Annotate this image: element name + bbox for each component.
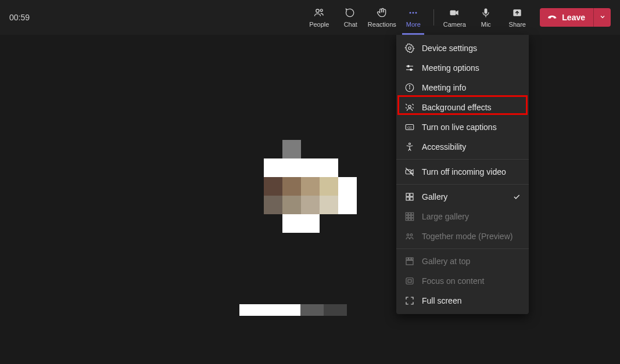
menu-large-gallery-label: Large gallery bbox=[422, 212, 469, 221]
gallery-top-icon bbox=[404, 256, 415, 266]
menu-accessibility[interactable]: Accessibility bbox=[396, 137, 529, 157]
svg-line-21 bbox=[413, 107, 414, 109]
leave-button-group: Leave bbox=[540, 8, 611, 27]
gallery-icon bbox=[404, 192, 415, 202]
people-label: People bbox=[309, 21, 329, 28]
svg-rect-43 bbox=[409, 258, 411, 260]
svg-rect-46 bbox=[406, 278, 413, 284]
menu-live-captions[interactable]: CC Turn on live captions bbox=[396, 117, 529, 137]
menu-turn-off-incoming-label: Turn off incoming video bbox=[422, 167, 506, 176]
leave-options-button[interactable] bbox=[593, 8, 611, 27]
svg-point-11 bbox=[407, 66, 409, 67]
menu-live-captions-label: Turn on live captions bbox=[422, 122, 497, 132]
menu-large-gallery: Large gallery bbox=[396, 207, 529, 226]
svg-rect-42 bbox=[406, 258, 408, 260]
check-icon bbox=[513, 193, 521, 201]
menu-accessibility-label: Accessibility bbox=[422, 142, 466, 152]
svg-rect-39 bbox=[411, 218, 414, 221]
leave-button[interactable]: Leave bbox=[540, 8, 593, 27]
menu-meeting-options-label: Meeting options bbox=[422, 63, 479, 73]
svg-point-40 bbox=[407, 234, 409, 236]
people-button[interactable]: People bbox=[303, 3, 335, 32]
menu-divider bbox=[396, 184, 529, 185]
svg-rect-30 bbox=[410, 197, 413, 200]
menu-focus-on-content-label: Focus on content bbox=[422, 276, 484, 286]
svg-rect-45 bbox=[406, 261, 413, 265]
chat-icon bbox=[345, 7, 356, 19]
svg-rect-29 bbox=[406, 197, 409, 200]
toolbar-controls: People Chat Reactions More Camera bbox=[303, 3, 611, 32]
menu-gallery[interactable]: Gallery bbox=[396, 187, 529, 207]
together-mode-icon bbox=[404, 231, 415, 242]
info-icon bbox=[404, 82, 415, 93]
reactions-icon bbox=[376, 7, 388, 19]
menu-device-settings[interactable]: Device settings bbox=[396, 38, 529, 58]
share-button[interactable]: Share bbox=[501, 3, 533, 32]
svg-point-17 bbox=[408, 105, 411, 108]
fullscreen-icon bbox=[404, 295, 415, 306]
svg-point-3 bbox=[413, 12, 414, 14]
menu-divider bbox=[396, 248, 529, 249]
mic-label: Mic bbox=[481, 21, 491, 28]
svg-point-41 bbox=[410, 234, 413, 236]
svg-rect-28 bbox=[410, 193, 413, 196]
svg-rect-37 bbox=[406, 218, 408, 221]
menu-meeting-info-label: Meeting info bbox=[422, 83, 466, 92]
name-label-redacted bbox=[239, 304, 347, 316]
svg-rect-36 bbox=[411, 215, 414, 218]
more-label: More bbox=[406, 21, 421, 28]
menu-full-screen[interactable]: Full screen bbox=[396, 291, 529, 311]
large-gallery-icon bbox=[404, 211, 415, 222]
chat-button[interactable]: Chat bbox=[335, 3, 366, 32]
svg-rect-5 bbox=[450, 10, 456, 15]
chevron-down-icon bbox=[599, 13, 606, 22]
menu-gallery-at-top: Gallery at top bbox=[396, 251, 529, 271]
menu-together-mode: Together mode (Preview) bbox=[396, 226, 529, 246]
svg-rect-34 bbox=[406, 215, 408, 218]
svg-rect-31 bbox=[406, 212, 408, 215]
accessibility-icon bbox=[404, 142, 415, 152]
svg-rect-6 bbox=[485, 9, 488, 14]
camera-off-icon bbox=[404, 167, 415, 177]
svg-point-2 bbox=[410, 12, 411, 14]
svg-line-19 bbox=[413, 104, 414, 105]
svg-point-24 bbox=[409, 143, 411, 145]
call-timer: 00:59 bbox=[9, 13, 30, 22]
more-icon bbox=[407, 7, 419, 19]
svg-point-13 bbox=[410, 69, 412, 71]
svg-line-18 bbox=[406, 104, 407, 105]
svg-rect-32 bbox=[408, 212, 411, 215]
people-icon bbox=[313, 7, 325, 19]
meeting-toolbar: 00:59 People Chat Reactions More bbox=[0, 0, 620, 35]
sliders-icon bbox=[404, 63, 415, 73]
menu-gallery-at-top-label: Gallery at top bbox=[422, 257, 470, 266]
focus-icon bbox=[404, 276, 415, 286]
mic-button[interactable]: Mic bbox=[470, 3, 501, 32]
svg-point-4 bbox=[415, 12, 417, 14]
share-icon bbox=[511, 7, 523, 19]
menu-background-effects[interactable]: Background effects bbox=[396, 98, 529, 117]
svg-text:CC: CC bbox=[407, 126, 412, 129]
menu-meeting-info[interactable]: Meeting info bbox=[396, 78, 529, 98]
camera-button[interactable]: Camera bbox=[439, 3, 470, 32]
svg-rect-35 bbox=[408, 215, 411, 218]
more-button[interactable]: More bbox=[397, 3, 429, 32]
chat-label: Chat bbox=[344, 21, 357, 28]
menu-turn-off-incoming[interactable]: Turn off incoming video bbox=[396, 162, 529, 182]
menu-meeting-options[interactable]: Meeting options bbox=[396, 58, 529, 78]
toolbar-divider bbox=[433, 9, 434, 26]
svg-rect-27 bbox=[406, 193, 409, 196]
menu-device-settings-label: Device settings bbox=[422, 44, 477, 53]
share-label: Share bbox=[509, 21, 526, 28]
reactions-button[interactable]: Reactions bbox=[366, 3, 397, 32]
svg-line-26 bbox=[406, 168, 414, 176]
svg-rect-47 bbox=[408, 280, 411, 283]
svg-rect-33 bbox=[411, 212, 414, 215]
menu-background-effects-label: Background effects bbox=[422, 103, 492, 112]
leave-label: Leave bbox=[562, 13, 585, 22]
mic-icon bbox=[480, 7, 492, 19]
more-menu: Device settings Meeting options Meeting … bbox=[396, 35, 529, 314]
background-effects-icon bbox=[404, 102, 415, 113]
svg-rect-44 bbox=[411, 258, 413, 260]
svg-point-1 bbox=[321, 9, 323, 12]
